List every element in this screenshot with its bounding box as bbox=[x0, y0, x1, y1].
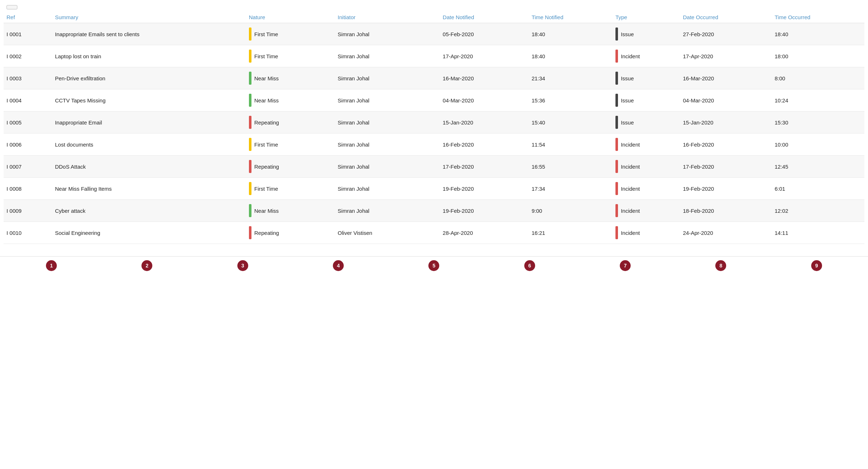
cell-date-notified: 16-Feb-2020 bbox=[440, 134, 529, 156]
cell-time-occurred: 8:00 bbox=[772, 67, 864, 89]
cell-nature: First Time bbox=[246, 23, 335, 45]
col-initiator[interactable]: Initiator bbox=[335, 12, 440, 23]
cell-time-occurred: 10:00 bbox=[772, 134, 864, 156]
table-row[interactable]: I 0003Pen-Drive exfiltrationNear MissSim… bbox=[4, 67, 864, 89]
cell-type: Incident bbox=[613, 200, 680, 222]
cell-time-notified: 15:36 bbox=[529, 89, 613, 111]
cell-initiator: Simran Johal bbox=[335, 111, 440, 134]
cell-date-occurred: 27-Feb-2020 bbox=[680, 23, 772, 45]
footer-circle-8: 8 bbox=[715, 260, 726, 271]
cell-time-occurred: 6:01 bbox=[772, 178, 864, 200]
incident-table: Ref Summary Nature Initiator Date Notifi… bbox=[4, 12, 864, 244]
cell-time-occurred: 18:40 bbox=[772, 23, 864, 45]
table-row[interactable]: I 0010Social EngineeringRepeatingOliver … bbox=[4, 222, 864, 244]
cell-date-occurred: 24-Apr-2020 bbox=[680, 222, 772, 244]
cell-time-notified: 18:40 bbox=[529, 23, 613, 45]
cell-date-occurred: 18-Feb-2020 bbox=[680, 200, 772, 222]
table-row[interactable]: I 0008Near Miss Falling ItemsFirst TimeS… bbox=[4, 178, 864, 200]
cell-summary: CCTV Tapes Missing bbox=[52, 89, 246, 111]
header-bar bbox=[0, 0, 868, 12]
cell-initiator: Simran Johal bbox=[335, 134, 440, 156]
cell-summary: Pen-Drive exfiltration bbox=[52, 67, 246, 89]
table-row[interactable]: I 0001Inappropriate Emails sent to clien… bbox=[4, 23, 864, 45]
cell-date-occurred: 04-Mar-2020 bbox=[680, 89, 772, 111]
cell-nature: First Time bbox=[246, 178, 335, 200]
cell-initiator: Simran Johal bbox=[335, 67, 440, 89]
footer-circle-3: 3 bbox=[237, 260, 248, 271]
table-row[interactable]: I 0002Laptop lost on trainFirst TimeSimr… bbox=[4, 45, 864, 67]
cell-summary: Inappropriate Emails sent to clients bbox=[52, 23, 246, 45]
cell-type: Incident bbox=[613, 178, 680, 200]
cell-date-notified: 17-Apr-2020 bbox=[440, 45, 529, 67]
table-row[interactable]: I 0006Lost documentsFirst TimeSimran Joh… bbox=[4, 134, 864, 156]
cell-ref: I 0002 bbox=[4, 45, 52, 67]
cell-time-occurred: 18:00 bbox=[772, 45, 864, 67]
col-summary[interactable]: Summary bbox=[52, 12, 246, 23]
cell-summary: DDoS Attack bbox=[52, 156, 246, 178]
cell-time-occurred: 14:11 bbox=[772, 222, 864, 244]
cell-date-occurred: 15-Jan-2020 bbox=[680, 111, 772, 134]
cell-time-occurred: 10:24 bbox=[772, 89, 864, 111]
cell-ref: I 0001 bbox=[4, 23, 52, 45]
table-row[interactable]: I 0007DDoS AttackRepeatingSimran Johal17… bbox=[4, 156, 864, 178]
cell-date-notified: 19-Feb-2020 bbox=[440, 178, 529, 200]
add-button[interactable] bbox=[7, 5, 17, 9]
col-time-notified[interactable]: Time Notified bbox=[529, 12, 613, 23]
col-type[interactable]: Type bbox=[613, 12, 680, 23]
cell-time-notified: 9:00 bbox=[529, 200, 613, 222]
cell-time-occurred: 15:30 bbox=[772, 111, 864, 134]
footer-circle-5: 5 bbox=[428, 260, 439, 271]
cell-ref: I 0004 bbox=[4, 89, 52, 111]
cell-time-notified: 11:54 bbox=[529, 134, 613, 156]
cell-time-notified: 16:55 bbox=[529, 156, 613, 178]
cell-initiator: Simran Johal bbox=[335, 156, 440, 178]
footer-circle-9: 9 bbox=[811, 260, 822, 271]
cell-type: Incident bbox=[613, 134, 680, 156]
cell-time-notified: 17:34 bbox=[529, 178, 613, 200]
cell-date-occurred: 16-Feb-2020 bbox=[680, 134, 772, 156]
cell-nature: First Time bbox=[246, 45, 335, 67]
cell-date-notified: 16-Mar-2020 bbox=[440, 67, 529, 89]
table-wrap: Ref Summary Nature Initiator Date Notifi… bbox=[0, 12, 868, 255]
table-row[interactable]: I 0004CCTV Tapes MissingNear MissSimran … bbox=[4, 89, 864, 111]
cell-date-notified: 04-Mar-2020 bbox=[440, 89, 529, 111]
cell-type: Issue bbox=[613, 89, 680, 111]
col-date-notified[interactable]: Date Notified bbox=[440, 12, 529, 23]
cell-nature: Repeating bbox=[246, 111, 335, 134]
cell-date-occurred: 17-Feb-2020 bbox=[680, 156, 772, 178]
cell-initiator: Simran Johal bbox=[335, 200, 440, 222]
cell-date-notified: 17-Feb-2020 bbox=[440, 156, 529, 178]
cell-ref: I 0010 bbox=[4, 222, 52, 244]
cell-initiator: Simran Johal bbox=[335, 45, 440, 67]
table-row[interactable]: I 0009Cyber attackNear MissSimran Johal1… bbox=[4, 200, 864, 222]
cell-summary: Cyber attack bbox=[52, 200, 246, 222]
cell-ref: I 0008 bbox=[4, 178, 52, 200]
cell-type: Issue bbox=[613, 67, 680, 89]
cell-type: Incident bbox=[613, 222, 680, 244]
footer-circle-1: 1 bbox=[46, 260, 57, 271]
cell-ref: I 0009 bbox=[4, 200, 52, 222]
cell-date-notified: 15-Jan-2020 bbox=[440, 111, 529, 134]
cell-initiator: Oliver Vistisen bbox=[335, 222, 440, 244]
cell-nature: Near Miss bbox=[246, 67, 335, 89]
col-nature[interactable]: Nature bbox=[246, 12, 335, 23]
footer-circle-2: 2 bbox=[141, 260, 152, 271]
col-time-occurred[interactable]: Time Occurred bbox=[772, 12, 864, 23]
cell-summary: Lost documents bbox=[52, 134, 246, 156]
cell-ref: I 0003 bbox=[4, 67, 52, 89]
cell-date-occurred: 19-Feb-2020 bbox=[680, 178, 772, 200]
cell-nature: Repeating bbox=[246, 222, 335, 244]
cell-summary: Laptop lost on train bbox=[52, 45, 246, 67]
cell-ref: I 0005 bbox=[4, 111, 52, 134]
col-date-occurred[interactable]: Date Occurred bbox=[680, 12, 772, 23]
footer-circles: 123456789 bbox=[0, 256, 868, 273]
cell-date-notified: 28-Apr-2020 bbox=[440, 222, 529, 244]
cell-nature: Near Miss bbox=[246, 200, 335, 222]
cell-ref: I 0007 bbox=[4, 156, 52, 178]
cell-nature: Near Miss bbox=[246, 89, 335, 111]
cell-date-notified: 05-Feb-2020 bbox=[440, 23, 529, 45]
col-ref[interactable]: Ref bbox=[4, 12, 52, 23]
table-row[interactable]: I 0005Inappropriate EmailRepeatingSimran… bbox=[4, 111, 864, 134]
cell-summary: Inappropriate Email bbox=[52, 111, 246, 134]
cell-date-occurred: 17-Apr-2020 bbox=[680, 45, 772, 67]
